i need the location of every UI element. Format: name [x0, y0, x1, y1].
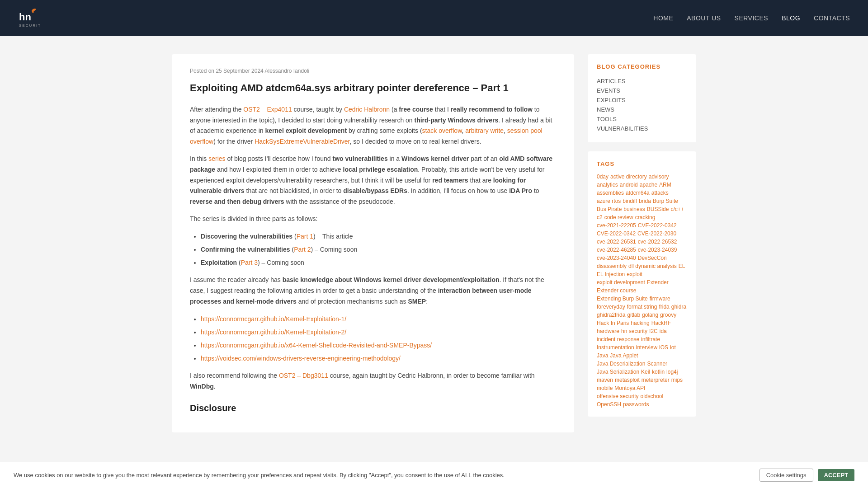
- cedric-link[interactable]: Cedric Halbronn: [344, 106, 390, 113]
- tag-item[interactable]: mips: [671, 377, 683, 383]
- tag-item[interactable]: azure rtos: [597, 198, 621, 204]
- ost2-exp4011-link[interactable]: OST2 – Exp4011: [243, 106, 292, 113]
- nav-about[interactable]: ABOUT US: [687, 14, 721, 22]
- tag-item[interactable]: ida: [660, 328, 667, 334]
- tag-item[interactable]: active directory: [610, 174, 647, 180]
- tag-item[interactable]: Burp Suite: [653, 198, 678, 204]
- tag-item[interactable]: format string: [627, 304, 657, 310]
- tag-item[interactable]: c2: [597, 214, 603, 221]
- part2-link[interactable]: Part 2: [294, 246, 311, 253]
- hacksys-link[interactable]: HackSysExtremeVulnerableDriver: [255, 138, 349, 145]
- part3-link[interactable]: Part 3: [241, 259, 258, 266]
- tag-item[interactable]: gitlab: [627, 312, 640, 318]
- tag-item[interactable]: advisory: [649, 174, 669, 180]
- tag-item[interactable]: apache: [640, 182, 657, 188]
- tag-item[interactable]: android: [620, 182, 638, 188]
- tag-item[interactable]: 0day: [597, 174, 609, 180]
- tag-item[interactable]: cve-2022-26531: [597, 239, 636, 245]
- tag-item[interactable]: cve-2023-24040: [597, 255, 636, 261]
- tag-item[interactable]: kotlin: [652, 369, 665, 375]
- nav-home[interactable]: HOME: [653, 14, 673, 22]
- tag-item[interactable]: Java Serialization: [597, 369, 639, 375]
- tag-item[interactable]: incident response: [597, 336, 639, 343]
- tag-item[interactable]: exploit development: [597, 279, 645, 286]
- tag-item[interactable]: exploit: [627, 271, 642, 277]
- category-events[interactable]: EVENTS: [597, 86, 687, 95]
- tag-item[interactable]: HackRF: [651, 320, 671, 326]
- tag-item[interactable]: code review: [604, 214, 633, 221]
- tag-item[interactable]: Extending Burp Suite: [597, 296, 648, 302]
- tag-item[interactable]: attacks: [651, 190, 669, 196]
- tag-item[interactable]: dll dynamic analysis: [628, 263, 677, 269]
- tag-item[interactable]: cve-2021-22205: [597, 222, 636, 229]
- ost2-dbg3011-link[interactable]: OST2 – Dbg3011: [279, 372, 328, 379]
- tag-item[interactable]: golang: [642, 312, 658, 318]
- arbitrary-write-link[interactable]: arbitrary write: [465, 127, 504, 134]
- tag-item[interactable]: Montoya API: [614, 385, 645, 391]
- tag-item[interactable]: Extender: [647, 279, 669, 286]
- ref-link-3[interactable]: https://connormcgarr.github.io/x64-Kerne…: [201, 342, 432, 349]
- tag-item[interactable]: passwords: [623, 401, 649, 408]
- tag-item[interactable]: iOS: [659, 344, 668, 351]
- tag-item[interactable]: analytics: [597, 182, 618, 188]
- category-news[interactable]: NEWS: [597, 105, 687, 114]
- tag-item[interactable]: EL Injection: [597, 271, 625, 277]
- tag-item[interactable]: Java Applet: [610, 352, 638, 359]
- tag-item[interactable]: ghidra: [671, 304, 686, 310]
- tag-item[interactable]: meterpreter: [642, 377, 670, 383]
- tag-item[interactable]: cve-2023-24039: [638, 247, 677, 253]
- tag-item[interactable]: assemblies: [597, 190, 624, 196]
- tag-item[interactable]: oldschool: [641, 393, 664, 399]
- tag-item[interactable]: Java: [597, 352, 608, 359]
- tag-item[interactable]: iot: [670, 344, 676, 351]
- tag-item[interactable]: I2C: [649, 328, 658, 334]
- category-exploits[interactable]: EXPLOITS: [597, 95, 687, 105]
- tag-item[interactable]: cve-2022-46285: [597, 247, 636, 253]
- ref-link-1[interactable]: https://connormcgarr.github.io/Kernel-Ex…: [201, 315, 346, 323]
- tag-item[interactable]: hacking: [631, 320, 649, 326]
- tag-item[interactable]: Bus Pirate: [597, 206, 622, 212]
- tag-item[interactable]: DevSecCon: [638, 255, 667, 261]
- part1-link[interactable]: Part 1: [297, 233, 313, 240]
- series-link[interactable]: series: [208, 155, 225, 162]
- tag-item[interactable]: offensive security: [597, 393, 639, 399]
- tag-item[interactable]: Extender course: [597, 287, 636, 294]
- tag-item[interactable]: CVE-2022-2030: [637, 230, 676, 237]
- tag-item[interactable]: Instrumentation: [597, 344, 634, 351]
- tag-item[interactable]: ARM: [659, 182, 671, 188]
- tag-item[interactable]: BUSSide: [647, 206, 669, 212]
- nav-blog[interactable]: BLOG: [782, 14, 800, 22]
- tag-item[interactable]: foreveryday: [597, 304, 625, 310]
- tag-item[interactable]: Hack In Paris: [597, 320, 629, 326]
- tag-item[interactable]: log4j: [666, 369, 678, 375]
- tag-item[interactable]: atdcm64a: [626, 190, 650, 196]
- tag-item[interactable]: cve-2022-26532: [638, 239, 677, 245]
- tag-item[interactable]: ghidra2frida: [597, 312, 625, 318]
- tag-item[interactable]: CVE-2022-0342: [638, 222, 677, 229]
- tag-item[interactable]: EL: [679, 263, 685, 269]
- nav-contacts[interactable]: CONTACTS: [814, 14, 850, 22]
- tag-item[interactable]: OpenSSH: [597, 401, 621, 408]
- tag-item[interactable]: infiltrate: [641, 336, 660, 343]
- tag-item[interactable]: CVE-2022-0342: [597, 230, 636, 237]
- nav-services[interactable]: SERVICES: [735, 14, 769, 22]
- category-vulnerabilities[interactable]: VULNERABILITIES: [597, 124, 687, 133]
- tag-item[interactable]: firmware: [650, 296, 670, 302]
- ref-link-2[interactable]: https://connormcgarr.github.io/Kernel-Ex…: [201, 328, 346, 336]
- tag-item[interactable]: Scanner: [647, 361, 667, 367]
- tag-item[interactable]: c/c++: [670, 206, 684, 212]
- category-articles[interactable]: ARTICLES: [597, 76, 687, 86]
- tag-item[interactable]: hn security: [621, 328, 647, 334]
- tag-item[interactable]: Java Deserialization: [597, 361, 645, 367]
- tag-item[interactable]: hardware: [597, 328, 619, 334]
- tag-item[interactable]: metasploit: [615, 377, 640, 383]
- ref-link-4[interactable]: https://voidsec.com/windows-drivers-reve…: [201, 355, 401, 362]
- tag-item[interactable]: business: [623, 206, 645, 212]
- tag-item[interactable]: disassembly: [597, 263, 627, 269]
- tag-item[interactable]: brida: [639, 198, 651, 204]
- tag-item[interactable]: Keil: [641, 369, 650, 375]
- category-tools[interactable]: TOOLS: [597, 114, 687, 124]
- tag-item[interactable]: groovy: [660, 312, 676, 318]
- stack-overflow-link[interactable]: stack overflow: [422, 127, 462, 134]
- tag-item[interactable]: frida: [659, 304, 669, 310]
